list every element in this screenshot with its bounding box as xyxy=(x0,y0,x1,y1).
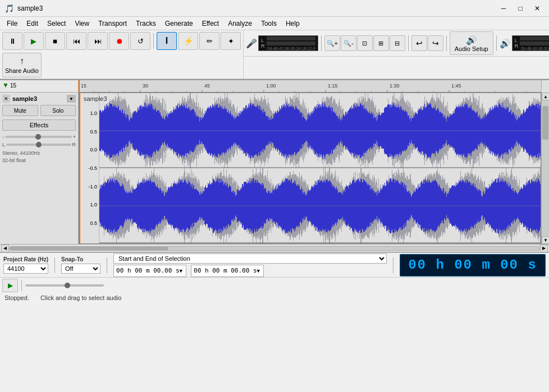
menu-file[interactable]: File xyxy=(2,17,22,30)
menu-select[interactable]: Select xyxy=(43,17,70,30)
output-bar-l xyxy=(520,36,549,40)
zoom-fit-icon: ⊞ xyxy=(378,40,383,47)
menu-analyze[interactable]: Analyze xyxy=(223,17,257,30)
sep1 xyxy=(321,35,322,51)
track-info-line2: 32-bit float xyxy=(2,157,76,164)
select-tool-icon: I xyxy=(166,36,168,46)
draw-tool-button[interactable]: ✏ xyxy=(199,32,219,50)
pan-left-label: L xyxy=(2,142,5,147)
scrollbar-track-h[interactable] xyxy=(9,246,540,251)
scroll-right-button[interactable]: ▶ xyxy=(540,245,548,252)
redo-button[interactable]: ↪ xyxy=(428,35,443,51)
selection-type-row: Start and End of Selection Start and Len… xyxy=(113,253,387,264)
menu-tracks[interactable]: Tracks xyxy=(131,17,161,30)
bottom-play-button[interactable]: ▶ xyxy=(2,279,18,292)
selection-type-select[interactable]: Start and End of Selection Start and Len… xyxy=(113,253,387,264)
gain-slider-thumb[interactable] xyxy=(35,134,41,140)
zoom-in-button[interactable]: 🔍+ xyxy=(324,35,340,51)
gain-slider-track[interactable] xyxy=(5,136,72,138)
multi-tool-icon: ✦ xyxy=(228,37,234,45)
snap-to-select[interactable]: Off On xyxy=(61,264,100,274)
selection-start-box[interactable]: 00 h 00 m 00.00 s ▼ xyxy=(113,265,186,277)
zoom-out-button[interactable]: 🔍- xyxy=(341,35,356,51)
maximize-button[interactable]: □ xyxy=(513,3,528,14)
menu-generate[interactable]: Generate xyxy=(161,17,198,30)
track-content-row: ✕ sample3 ▼ Mute Solo Effects - + L R St… xyxy=(0,93,549,244)
ruler-track-header: ▼ 15 xyxy=(0,80,79,93)
ruler-timeline[interactable]: 15 30 45 1:00 1:15 1:30 1:45 xyxy=(79,80,541,93)
pan-right-label: R xyxy=(72,142,76,147)
scrollbar-thumb-v[interactable] xyxy=(542,106,548,140)
solo-button[interactable]: Solo xyxy=(40,105,76,116)
track-info-line1: Stereo, 44100Hz xyxy=(2,150,76,157)
selection-section: Start and End of Selection Start and Len… xyxy=(113,253,387,277)
bottom-bar: Project Rate (Hz) 44100 48000 96000 Snap… xyxy=(0,252,549,302)
zoom-section: 🔍+ 🔍- ⊡ ⊞ ⊟ xyxy=(324,35,405,51)
select-tool-button[interactable]: I xyxy=(157,32,177,50)
zoom-fit-all-button[interactable]: ⊟ xyxy=(390,35,405,51)
zoom-in-icon: 🔍+ xyxy=(327,40,338,47)
mute-button[interactable]: Mute xyxy=(2,105,38,116)
menu-effect[interactable]: Effect xyxy=(198,17,223,30)
scroll-up-button[interactable]: ▲ xyxy=(542,93,549,100)
play-button[interactable]: ▶ xyxy=(24,32,44,50)
scrollbar-thumb-h[interactable] xyxy=(10,247,168,250)
pan-slider-thumb[interactable] xyxy=(36,142,42,147)
output-level-meter: LR -54-48-42-36-30-24-18-12-6 xyxy=(512,35,549,51)
play-sep xyxy=(21,280,22,291)
record-button[interactable]: ⏺ xyxy=(109,32,129,50)
menu-tools[interactable]: Tools xyxy=(257,17,281,30)
track-dropdown-button[interactable]: ▼ xyxy=(67,95,76,103)
input-bars: -54-48-42-36-30-24-18-12-6 xyxy=(267,36,315,50)
envelope-tool-button[interactable]: ⚡ xyxy=(178,32,198,50)
minimize-button[interactable]: ─ xyxy=(496,3,511,14)
project-rate-select[interactable]: 44100 48000 96000 xyxy=(3,264,48,274)
selection-end-box[interactable]: 00 h 00 m 00.00 s ▼ xyxy=(191,265,264,277)
vertical-scrollbar[interactable]: ▲ ▼ xyxy=(541,93,549,244)
output-bar-r xyxy=(520,41,549,45)
skip-fwd-button[interactable]: ⏭ xyxy=(88,32,108,50)
envelope-tool-icon: ⚡ xyxy=(184,36,193,45)
window-controls: ─ □ ✕ xyxy=(496,3,545,14)
pause-button[interactable]: ⏸ xyxy=(2,32,22,50)
position-marker-area: ▼ 15 xyxy=(0,80,78,90)
skip-back-button[interactable]: ⏮ xyxy=(66,32,86,50)
selection-end-spinner[interactable]: ▼ xyxy=(257,268,260,274)
audio-setup-button[interactable]: 🔊 Audio Setup xyxy=(450,31,493,55)
waveform-area[interactable]: sample3 1.0 0.5 0.0 -0.5 -1.0 1.0 0.5 xyxy=(79,93,541,244)
play-icon: ▶ xyxy=(31,37,36,45)
menu-help[interactable]: Help xyxy=(281,17,304,30)
track-close-button[interactable]: ✕ xyxy=(2,95,10,103)
pan-slider-track[interactable] xyxy=(6,144,71,146)
loop-icon: ↺ xyxy=(138,37,144,45)
multi-tool-button[interactable]: ✦ xyxy=(221,32,241,50)
svg-text:45: 45 xyxy=(204,83,210,89)
volume-thumb[interactable] xyxy=(65,283,70,288)
share-audio-icon: ↑ xyxy=(20,56,24,66)
svg-text:1:30: 1:30 xyxy=(390,83,400,89)
scrollbar-track-v[interactable] xyxy=(542,100,549,236)
track-header: ✕ sample3 ▼ Mute Solo Effects - + L R St… xyxy=(0,93,79,244)
loop-button[interactable]: ↺ xyxy=(130,32,150,50)
zoom-fit-button[interactable]: ⊞ xyxy=(373,35,389,51)
zoom-selection-button[interactable]: ⊡ xyxy=(357,35,373,51)
scroll-down-button[interactable]: ▼ xyxy=(542,236,549,244)
undo-button[interactable]: ↩ xyxy=(411,35,427,51)
stop-button[interactable]: ■ xyxy=(45,32,65,50)
close-button[interactable]: ✕ xyxy=(530,3,545,14)
scroll-left-button[interactable]: ◀ xyxy=(1,245,9,252)
selection-start-spinner[interactable]: ▼ xyxy=(180,268,182,274)
speaker-icon: 🔊 xyxy=(500,38,511,49)
svg-text:1:15: 1:15 xyxy=(328,83,338,89)
playhead xyxy=(79,93,80,243)
track-info: Stereo, 44100Hz 32-bit float xyxy=(2,150,76,164)
zoom-selection-icon: ⊡ xyxy=(362,40,367,47)
menu-edit[interactable]: Edit xyxy=(22,17,43,30)
playback-volume-slider[interactable] xyxy=(25,284,104,287)
timer-value: 00 h 00 m 00 s xyxy=(408,257,537,273)
menu-view[interactable]: View xyxy=(70,17,94,30)
menu-transport[interactable]: Transport xyxy=(94,17,131,30)
effects-button[interactable]: Effects xyxy=(2,119,76,131)
bottom-sep3 xyxy=(393,257,394,273)
share-audio-button[interactable]: ↑ Share Audio xyxy=(2,53,42,77)
